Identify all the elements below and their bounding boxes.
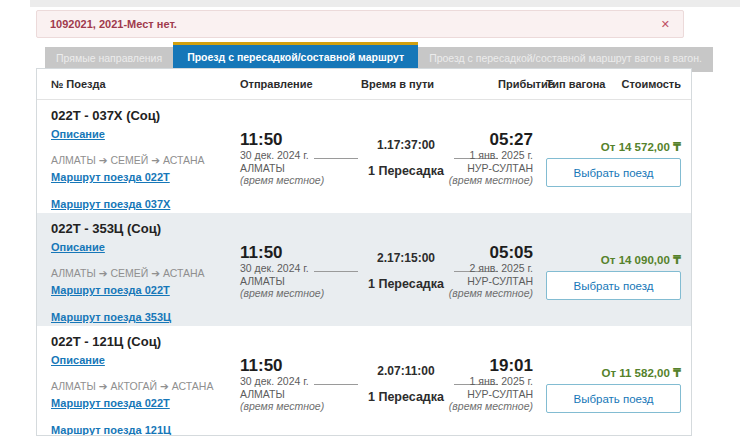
header-duration: Время в пути — [361, 78, 434, 90]
close-icon[interactable]: ✕ — [661, 19, 670, 30]
train-route-link[interactable]: Маршрут поезда 022Т — [51, 284, 170, 297]
train-number: 022Т - 353Ц (Соц) — [51, 221, 241, 237]
arrival-time: 19:01 — [449, 356, 533, 375]
route-stations: АЛМАТЫ ➔ СЕМЕЙ ➔ АСТАНА — [51, 267, 241, 280]
arrival-time: 05:27 — [449, 130, 533, 149]
duration-line — [314, 158, 358, 159]
select-train-button[interactable]: Выбрать поезд — [546, 384, 681, 413]
arrival-date: 2 янв. 2025 г. — [449, 262, 533, 275]
table-row: 022Т - 353Ц (Соц) Описание АЛМАТЫ ➔ СЕМЕ… — [37, 213, 691, 326]
alert-message: 1092021, 2021-Мест нет. — [50, 18, 177, 30]
arrival-info: 05:05 2 янв. 2025 г. НУР-СУЛТАН (время м… — [449, 243, 533, 300]
alert-banner: 1092021, 2021-Мест нет. ✕ — [36, 10, 684, 38]
arrival-date: 1 янв. 2025 г. — [449, 375, 533, 388]
train-number: 022Т - 037Х (Соц) — [51, 108, 241, 124]
table-header: № Поезда Отправление Время в пути Прибыт… — [37, 69, 691, 100]
arrival-station: НУР-СУЛТАН — [449, 162, 533, 175]
train-info: 022Т - 037Х (Соц) Описание АЛМАТЫ ➔ СЕМЕ… — [51, 108, 241, 212]
description-link[interactable]: Описание — [51, 354, 105, 367]
top-strip — [30, 0, 740, 7]
arrival-station: НУР-СУЛТАН — [449, 388, 533, 401]
header-car-type: Тип вагона — [546, 78, 605, 90]
select-train-button[interactable]: Выбрать поезд — [546, 271, 681, 300]
arrival-info: 19:01 1 янв. 2025 г. НУР-СУЛТАН (время м… — [449, 356, 533, 413]
header-departure: Отправление — [240, 78, 313, 90]
arrival-time: 05:05 — [449, 243, 533, 262]
duration-line — [314, 384, 358, 385]
header-price: Стоимость — [621, 78, 681, 90]
select-train-button[interactable]: Выбрать поезд — [546, 158, 681, 187]
description-link[interactable]: Описание — [51, 241, 105, 254]
arrival-station: НУР-СУЛТАН — [449, 275, 533, 288]
header-train-number: № Поезда — [51, 78, 106, 90]
train-route-link[interactable]: Маршрут поезда 353Ц — [51, 311, 171, 324]
results-panel: № Поезда Отправление Время в пути Прибыт… — [36, 68, 692, 436]
description-link[interactable]: Описание — [51, 128, 105, 141]
price-from: От 14 572,00 ₸ — [601, 140, 681, 154]
train-info: 022Т - 353Ц (Соц) Описание АЛМАТЫ ➔ СЕМЕ… — [51, 221, 241, 325]
price-from: От 11 582,00 ₸ — [602, 366, 682, 380]
duration-line — [314, 271, 358, 272]
arrival-time-note: (время местное) — [449, 174, 533, 187]
train-info: 022Т - 121Ц (Соц) Описание АЛМАТЫ ➔ АКТО… — [51, 334, 241, 436]
route-stations: АЛМАТЫ ➔ СЕМЕЙ ➔ АСТАНА — [51, 154, 241, 167]
page: 1092021, 2021-Мест нет. ✕ Прямые направл… — [0, 0, 740, 436]
train-route-link[interactable]: Маршрут поезда 022Т — [51, 397, 170, 410]
arrival-date: 1 янв. 2025 г. — [449, 149, 533, 162]
arrival-info: 05:27 1 янв. 2025 г. НУР-СУЛТАН (время м… — [449, 130, 533, 187]
table-row: 022Т - 121Ц (Соц) Описание АЛМАТЫ ➔ АКТО… — [37, 326, 691, 436]
train-number: 022Т - 121Ц (Соц) — [51, 334, 241, 350]
train-route-link[interactable]: Маршрут поезда 022Т — [51, 171, 170, 184]
price-from: От 14 090,00 ₸ — [601, 253, 681, 267]
route-stations: АЛМАТЫ ➔ АКТОГАЙ ➔ АСТАНА — [51, 380, 241, 393]
arrival-time-note: (время местное) — [449, 400, 533, 413]
table-row: 022Т - 037Х (Соц) Описание АЛМАТЫ ➔ СЕМЕ… — [37, 100, 691, 213]
train-route-link[interactable]: Маршрут поезда 121Ц — [51, 424, 171, 436]
arrival-time-note: (время местное) — [449, 287, 533, 300]
train-route-link[interactable]: Маршрут поезда 037Х — [51, 198, 170, 211]
